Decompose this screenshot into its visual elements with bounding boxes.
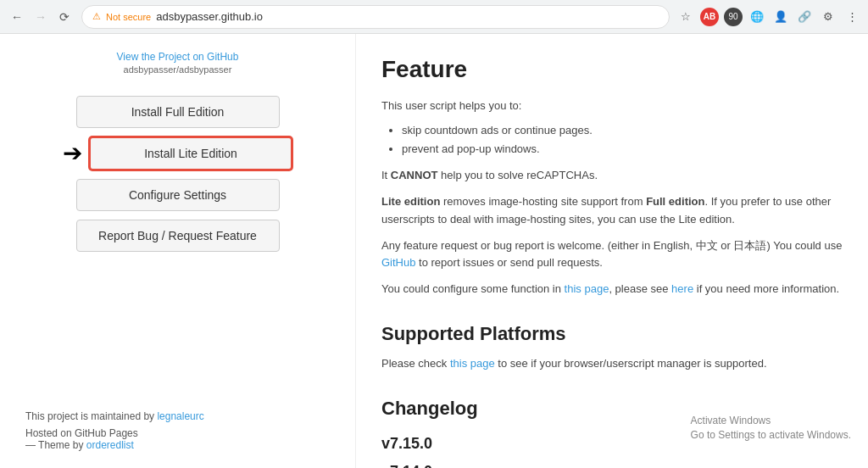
theme-prefix: — Theme by	[25, 439, 86, 451]
feature-item-2: prevent ad pop-up windows.	[402, 141, 843, 159]
theme-link[interactable]: orderedlist	[86, 439, 134, 451]
cannot-word: CANNOT	[391, 169, 438, 181]
here-link[interactable]: here	[671, 282, 693, 295]
adblock-icon[interactable]: AB	[700, 8, 719, 26]
feature-item-1: skip countdown ads or continue pages.	[402, 122, 843, 140]
nav-buttons: ← → ⟳	[7, 7, 75, 27]
back-button[interactable]: ←	[7, 7, 27, 27]
install-lite-button[interactable]: Install Lite Edition	[89, 136, 292, 170]
extension-icon3[interactable]: 👤	[771, 8, 790, 26]
report-bug-button[interactable]: Report Bug / Request Feature	[76, 220, 280, 252]
edition-text: Lite edition removes image-hosting site …	[381, 193, 843, 229]
github-link[interactable]: View the Project on GitHub	[25, 51, 330, 63]
feature-intro: This user script helps you to:	[381, 98, 843, 115]
configure-settings-button[interactable]: Configure Settings	[76, 179, 280, 211]
forward-button[interactable]: →	[31, 7, 51, 27]
install-lite-row: ➔ Install Lite Edition	[63, 136, 292, 170]
this-page-link[interactable]: this page	[565, 282, 609, 295]
maintained-prefix: This project is maintained by	[25, 410, 157, 422]
not-secure-label: Not secure	[106, 12, 151, 22]
configure-text: You could configure some function in thi…	[381, 281, 843, 298]
extension-icon5[interactable]: ⚙	[819, 8, 837, 26]
supported-platforms-title: Supported Platforms	[381, 319, 843, 348]
url-text: adsbypasser.github.io	[156, 10, 659, 23]
activate-line1: Activate Windows	[691, 414, 851, 428]
refresh-button[interactable]: ⟳	[54, 7, 75, 27]
hosted-text: Hosted on GitHub Pages	[25, 427, 138, 439]
feature-list: skip countdown ads or continue pages. pr…	[381, 122, 843, 159]
install-full-button[interactable]: Install Full Edition	[76, 96, 280, 128]
sidebar-footer: This project is maintained by legnaleurc…	[25, 393, 330, 451]
platforms-desc: Please check this page to see if your br…	[381, 355, 843, 373]
maintained-by: This project is maintained by legnaleurc	[25, 410, 330, 422]
github-issues-link[interactable]: GitHub	[381, 256, 415, 269]
extension-icon1[interactable]: 90	[724, 8, 743, 26]
platforms-page-link[interactable]: this page	[450, 357, 495, 370]
main-content: Feature This user script helps you to: s…	[356, 34, 868, 468]
cannot-suffix: help you to solve reCAPTCHAs.	[437, 169, 598, 181]
extension-icon2[interactable]: 🌐	[748, 8, 766, 26]
menu-icon[interactable]: ⋮	[843, 8, 861, 26]
github-link-container: View the Project on GitHub adsbypasser/a…	[25, 51, 330, 75]
feature-request: Any feature request or bug report is wel…	[381, 237, 843, 273]
sidebar-buttons: Install Full Edition ➔ Install Lite Edit…	[25, 96, 330, 252]
full-edition-label: Full edition	[646, 195, 704, 208]
browser-toolbar-icons: ☆ AB 90 🌐 👤 🔗 ⚙ ⋮	[676, 8, 861, 26]
theme-by: — Theme by orderedlist	[25, 439, 330, 451]
page-content: View the Project on GitHub adsbypasser/a…	[0, 34, 868, 468]
extension-icon4[interactable]: 🔗	[795, 8, 814, 26]
address-bar[interactable]: ⚠ Not secure adsbypasser.github.io	[81, 5, 670, 29]
hosted-on: Hosted on GitHub Pages	[25, 427, 330, 439]
version-2: v7.14.0	[381, 460, 843, 468]
sidebar: View the Project on GitHub adsbypasser/a…	[0, 34, 356, 468]
activate-line2: Go to Settings to activate Windows.	[691, 428, 851, 443]
bookmark-icon[interactable]: ☆	[676, 8, 695, 26]
feature-title: Feature	[381, 51, 843, 89]
security-icon: ⚠	[92, 11, 101, 22]
cannot-prefix: It	[381, 169, 391, 181]
cannot-text: It CANNOT help you to solve reCAPTCHAs.	[381, 167, 843, 185]
browser-chrome: ← → ⟳ ⚠ Not secure adsbypasser.github.io…	[0, 0, 868, 34]
maintained-link[interactable]: legnaleurc	[157, 410, 203, 422]
windows-activate: Activate Windows Go to Settings to activ…	[691, 414, 851, 443]
lite-edition-label: Lite edition	[381, 195, 440, 208]
github-sublink: adsbypasser/adsbypasser	[124, 64, 232, 75]
arrow-icon: ➔	[63, 142, 82, 165]
